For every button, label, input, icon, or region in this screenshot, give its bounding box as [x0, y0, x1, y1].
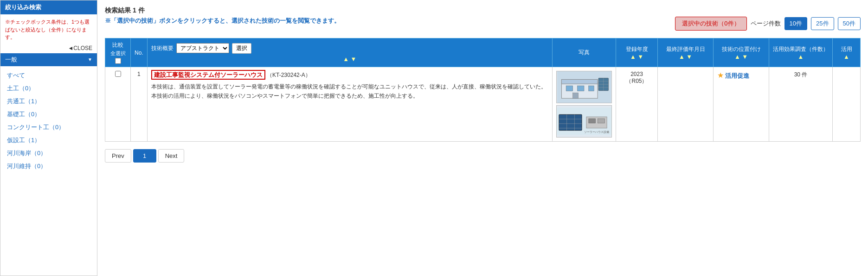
cell-checkbox [105, 67, 131, 142]
sidebar-close-button[interactable]: ◄CLOSE [0, 43, 97, 53]
sidebar-section-general[interactable]: 一般 ▼ [0, 53, 97, 66]
pagination: Prev 1 Next [105, 149, 861, 163]
gaiyo-mode-select[interactable]: アブストラクト 技術概要 [176, 43, 229, 53]
results-table: 比較 全選択 No. 技術概要 [105, 38, 861, 142]
sidebar-item-kyotsu[interactable]: 共通工（1） [0, 95, 97, 108]
svg-rect-6 [573, 93, 579, 99]
sidebar-notice: ※チェックボックス条件は、1つも選ばないと絞込なし（全件）になります。 [0, 14, 97, 43]
selected-tech-button[interactable]: 選択中の技術（0件） [675, 17, 746, 31]
col-header-hikaku: 比較 全選択 [105, 38, 131, 67]
search-header: 検索結果 1 件 ※「選択中の技術」ボタンをクリックすると、選択された技術の一覧… [105, 6, 861, 33]
search-result-note: ※「選択中の技術」ボタンをクリックすると、選択された技術の一覧を閲覧できます。 [105, 17, 340, 25]
sidebar-item-doko[interactable]: 土工（0） [0, 82, 97, 95]
col-header-photo: 写真 [553, 38, 616, 67]
sidebar-item-all[interactable]: すべて [0, 69, 97, 82]
main-content: 検索結果 1 件 ※「選択中の技術」ボタンをクリックすると、選択された技術の一覧… [97, 0, 868, 276]
cell-photo: ソーラーハウス設備 [553, 67, 616, 142]
svg-rect-5 [589, 86, 594, 91]
sidebar-title: 絞り込み検索 [0, 0, 97, 14]
sidebar-items: すべて 土工（0） 共通工（1） 基礎工（0） コンクリート工（0） 仮設工（1… [0, 66, 97, 176]
select-all-checkbox[interactable] [115, 58, 121, 64]
table-scroll-wrapper: 比較 全選択 No. 技術概要 [105, 38, 861, 142]
sidebar-item-kasetsu[interactable]: 仮設工（1） [0, 134, 97, 147]
sidebar-item-kiso[interactable]: 基礎工（0） [0, 108, 97, 121]
select-all-label: 全選択 [110, 50, 126, 57]
page-1-button[interactable]: 1 [133, 149, 156, 163]
col-header-apply: 活用 ▲ [833, 38, 861, 67]
col-header-effect: 活用効果調査（件数） ▲ [769, 38, 833, 67]
svg-rect-13 [559, 114, 582, 130]
page-size-25-button[interactable]: 25件 [811, 17, 834, 30]
gaiyo-select-button[interactable]: 選択 [232, 43, 251, 54]
search-result-title: 検索結果 1 件 [105, 6, 861, 15]
cell-lasteval [658, 67, 714, 142]
svg-rect-20 [589, 119, 596, 123]
cell-position: ★ 活用促進 [714, 67, 769, 142]
row-checkbox[interactable] [115, 71, 121, 77]
page-size-50-button[interactable]: 50件 [838, 17, 861, 30]
page-size-10-button[interactable]: 10件 [784, 17, 807, 30]
col-header-no: No. [131, 38, 148, 67]
cell-apply [833, 67, 861, 142]
svg-rect-2 [561, 79, 598, 84]
sidebar-item-kasen-iji[interactable]: 河川維持（0） [0, 160, 97, 173]
tech-code: （KT-230242-A） [267, 72, 311, 78]
tech-desc: 本技術は、通信装置を設置してソーラー発電の蓄電量等の稼働状況を確認することが可能… [151, 82, 548, 101]
sidebar-item-kasen[interactable]: 河川海岸（0） [0, 147, 97, 160]
next-button[interactable]: Next [158, 149, 185, 163]
header-controls: 選択中の技術（0件） ページ件数 10件 25件 50件 [675, 17, 861, 31]
sidebar-item-concrete[interactable]: コンクリート工（0） [0, 121, 97, 134]
star-icon: ★ [717, 71, 724, 79]
page-count-label: ページ件数 [751, 19, 781, 28]
col-header-position[interactable]: 技術の位置付け ▲ ▼ [714, 38, 769, 67]
cell-no: 1 [131, 67, 148, 142]
cell-effect: 30 件 [769, 67, 833, 142]
tech-title-link[interactable]: 建設工事監視システム付ソーラーハウス [151, 70, 265, 80]
col-header-year: 登録年度 ▲ ▼ [616, 38, 658, 67]
position-text: 活用促進 [725, 72, 749, 79]
table-row: 1 建設工事監視システム付ソーラーハウス （KT-230242-A） 本技術は、… [105, 67, 861, 142]
col-header-lasteval: 最終評価年月日 ▲ ▼ [658, 38, 714, 67]
svg-rect-21 [598, 119, 605, 123]
photo-bottom: ソーラーハウス設備 [556, 105, 612, 138]
svg-rect-3 [566, 86, 573, 91]
svg-text:ソーラーハウス設備: ソーラーハウス設備 [584, 131, 609, 133]
cell-year: 2023 （R05） [616, 67, 658, 142]
photo-container: ソーラーハウス設備 [556, 71, 612, 138]
svg-rect-4 [577, 86, 584, 91]
prev-button[interactable]: Prev [105, 149, 131, 163]
sidebar: 絞り込み検索 ※チェックボックス条件は、1つも選ばないと絞込なし（全件）になりま… [0, 0, 97, 276]
photo-top [556, 71, 612, 103]
cell-gaiyo: 建設工事監視システム付ソーラーハウス （KT-230242-A） 本技術は、通信… [147, 67, 552, 142]
chevron-down-icon: ▼ [88, 57, 92, 62]
col-header-gaiyo: 技術概要 アブストラクト 技術概要 選択 ▲ ▼ [147, 38, 552, 67]
